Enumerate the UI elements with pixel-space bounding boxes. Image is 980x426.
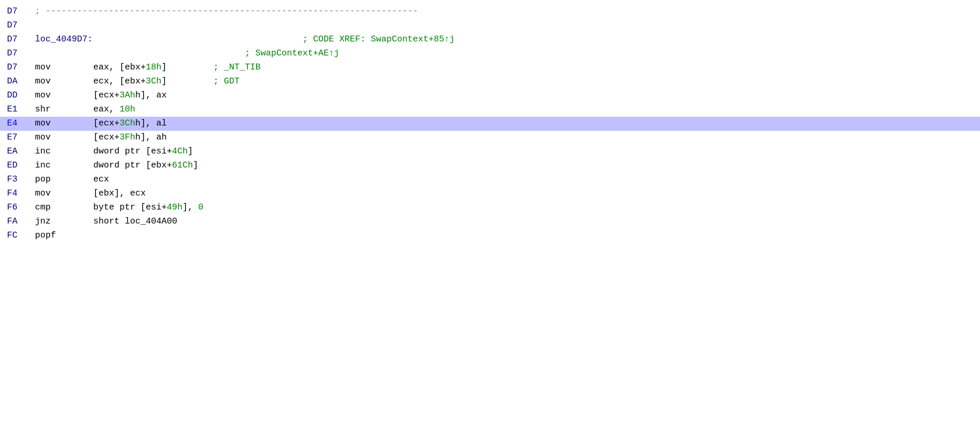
mnemonic-mov1: mov [35, 61, 93, 75]
xref-comment-1: ; CODE XREF: SwapContext+85↑j [303, 33, 455, 47]
operand-pop: ecx [93, 173, 109, 187]
addr-d7-mov1: D7 [7, 61, 23, 75]
code-line-inc2: ED inc dword ptr [ebx+61Ch] [0, 159, 980, 173]
operand-mov4: [ecx+3Chh], al [93, 117, 167, 131]
mnemonic-mov6: mov [35, 187, 93, 201]
addr-e4: E4 [7, 117, 23, 131]
addr-d7-blank: D7 [7, 19, 23, 33]
xref-comment-2: ; SwapContext+AE↑j [245, 47, 339, 61]
addr-f4: F4 [7, 187, 23, 201]
mnemonic-mov2: mov [35, 75, 93, 89]
operand-inc1: dword ptr [esi+4Ch] [93, 145, 193, 159]
code-line-cmp: F6 cmp byte ptr [esi+49h], 0 [0, 201, 980, 215]
addr-fc: FC [7, 229, 23, 243]
addr-e7: E7 [7, 131, 23, 145]
addr-da: DA [7, 75, 23, 89]
mnemonic-shr: shr [35, 103, 93, 117]
code-line-mov-ecx-store: F4 mov [ebx], ecx [0, 187, 980, 201]
code-line-xref2: D7 ; SwapContext+AE↑j [0, 47, 980, 61]
mnemonic-cmp: cmp [35, 201, 93, 215]
addr-d7-label: D7 [7, 33, 23, 47]
code-line-shr: E1 shr eax, 10h [0, 103, 980, 117]
mnemonic-jnz: jnz [35, 215, 93, 229]
code-line-jnz: FA jnz short loc_404A00 [0, 215, 980, 229]
addr-f3: F3 [7, 173, 23, 187]
addr-ed: ED [7, 159, 23, 173]
mnemonic-inc1: inc [35, 145, 93, 159]
code-line-mov-eax: D7 mov eax, [ebx+18h] ; _NT_TIB [0, 61, 980, 75]
addr-ea: EA [7, 145, 23, 159]
code-line-popf: FC popf [0, 229, 980, 243]
operand-cmp: byte ptr [esi+49h], 0 [93, 201, 203, 215]
operand-mov6: [ebx], ecx [93, 187, 146, 201]
code-line-mov-ecx: DA mov ecx, [ebx+3Ch] ; GDT [0, 75, 980, 89]
operand-mov2: ecx, [ebx+3Ch] [93, 75, 167, 89]
code-line-blank: D7 [0, 19, 980, 33]
label-loc4049d7: loc_4049D7: [35, 33, 93, 47]
code-line-pop: F3 pop ecx [0, 173, 980, 187]
operand-mov3: [ecx+3Ahh], ax [93, 89, 167, 103]
comment-gdt: ; GDT [213, 75, 240, 89]
addr-e1: E1 [7, 103, 23, 117]
mnemonic-popf: popf [35, 229, 93, 243]
operand-jnz: short loc_404A00 [93, 215, 177, 229]
addr-d7-dash: D7 [7, 5, 23, 19]
mnemonic-mov4: mov [35, 117, 93, 131]
addr-dd: DD [7, 89, 23, 103]
mnemonic-pop: pop [35, 173, 93, 187]
addr-f6: F6 [7, 201, 23, 215]
code-line-mov-ah: E7 mov [ecx+3Fhh], ah [0, 131, 980, 145]
mnemonic-mov5: mov [35, 131, 93, 145]
mnemonic-inc2: inc [35, 159, 93, 173]
operand-mov5: [ecx+3Fhh], ah [93, 131, 167, 145]
addr-fa: FA [7, 215, 23, 229]
mnemonic-mov3: mov [35, 89, 93, 103]
operand-mov1: eax, [ebx+18h] [93, 61, 167, 75]
operand-inc2: dword ptr [ebx+61Ch] [93, 159, 198, 173]
code-line-inc1: EA inc dword ptr [esi+4Ch] [0, 145, 980, 159]
separator-comment: ; --------------------------------------… [35, 5, 418, 19]
comment-nt-tib: ; _NT_TIB [213, 61, 261, 75]
code-line-mov-al: E4 mov [ecx+3Chh], al [0, 117, 980, 131]
code-line-mov-ax: DD mov [ecx+3Ahh], ax [0, 89, 980, 103]
code-line-label: D7 loc_4049D7: ; CODE XREF: SwapContext+… [0, 33, 980, 47]
disassembly-view: D7 ; -----------------------------------… [0, 0, 980, 247]
code-line-dash: D7 ; -----------------------------------… [0, 5, 980, 19]
addr-d7-xref2: D7 [7, 47, 23, 61]
operand-shr: eax, 10h [93, 103, 135, 117]
